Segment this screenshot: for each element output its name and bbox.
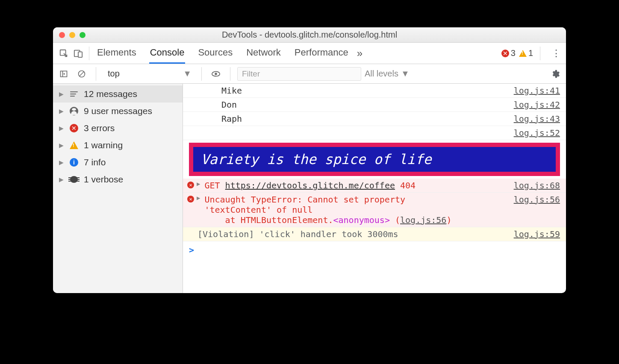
user-icon <box>69 106 79 116</box>
info-icon: i <box>69 158 79 167</box>
divider <box>201 67 202 81</box>
styled-log-text: Variety is the spice of life <box>189 143 560 176</box>
close-icon[interactable] <box>59 32 65 38</box>
divider <box>230 67 230 81</box>
chevron-down-icon: ▼ <box>183 69 192 79</box>
warnings-count-value: 1 <box>528 48 533 58</box>
panel-tabs: Elements Console Sources Network Perform… <box>96 43 349 64</box>
devtools-tabs-bar: Elements Console Sources Network Perform… <box>53 43 566 64</box>
log-entry[interactable]: Don log.js:42 <box>183 98 566 112</box>
warning-icon <box>519 50 527 57</box>
sidebar-item-label: 12 messages <box>84 89 137 99</box>
console-output[interactable]: Mike log.js:41 Don log.js:42 Raph log.js… <box>183 84 566 293</box>
svg-rect-2 <box>78 52 82 57</box>
sidebar-item-label: 7 info <box>84 157 106 167</box>
divider <box>89 47 89 60</box>
context-selector[interactable]: top ▼ <box>105 67 195 80</box>
trace-anon: <anonymous> <box>333 215 389 225</box>
error-icon: ✕ <box>501 50 509 57</box>
toggle-sidebar-icon[interactable] <box>56 67 71 81</box>
trace-label: at HTMLButtonElement. <box>225 215 333 225</box>
log-levels-label: All levels <box>365 69 398 79</box>
tab-console[interactable]: Console <box>149 43 186 64</box>
log-message: Don <box>219 100 514 110</box>
source-link[interactable]: log.js:52 <box>514 128 560 138</box>
error-icon: ✕ <box>69 123 79 133</box>
error-entry[interactable]: ✕ ▶ GET https://devtools.glitch.me/coffe… <box>183 179 566 193</box>
log-entry[interactable]: Mike log.js:41 <box>183 84 566 98</box>
status-counts: ✕ 3 1 ⋮ <box>501 47 563 60</box>
zoom-icon[interactable] <box>80 32 85 38</box>
svg-point-8 <box>215 73 217 75</box>
source-link[interactable]: log.js:41 <box>514 85 560 96</box>
request-url[interactable]: https://devtools.glitch.me/coffee <box>225 180 395 191</box>
console-prompt[interactable]: > <box>183 241 566 258</box>
device-toggle-icon[interactable] <box>71 46 85 61</box>
source-link[interactable]: log.js:43 <box>514 114 560 124</box>
sidebar-item-user[interactable]: ▶ 9 user messages <box>53 103 183 120</box>
console-toolbar: top ▼ All levels ▼ <box>53 64 566 84</box>
log-message: Mike <box>219 85 514 96</box>
filter-input[interactable] <box>237 67 361 81</box>
http-status: 404 <box>400 180 416 191</box>
errors-count-value: 3 <box>511 48 516 58</box>
devtools-window: DevTools - devtools.glitch.me/console/lo… <box>53 27 566 293</box>
inspect-icon[interactable] <box>56 46 71 61</box>
error-icon: ✕ <box>186 196 195 203</box>
chevron-right-icon: ▶ <box>59 125 64 132</box>
tab-sources[interactable]: Sources <box>197 43 233 64</box>
log-message: GET https://devtools.glitch.me/coffee 40… <box>202 180 513 191</box>
sidebar-item-errors[interactable]: ▶ ✕ 3 errors <box>53 120 183 137</box>
log-levels-selector[interactable]: All levels ▼ <box>365 69 410 79</box>
log-entry[interactable]: Raph log.js:43 <box>183 112 566 126</box>
styled-log-entry[interactable]: Variety is the spice of life <box>183 140 566 179</box>
chevron-down-icon: ▼ <box>401 69 410 79</box>
error-entry[interactable]: ✕ ▶ Uncaught TypeError: Cannot set prope… <box>183 193 566 227</box>
divider <box>540 47 540 60</box>
sidebar-item-label: 1 verbose <box>84 174 123 185</box>
svg-line-6 <box>80 72 84 76</box>
sidebar-item-info[interactable]: ▶ i 7 info <box>53 154 183 171</box>
console-settings-icon[interactable] <box>548 67 563 81</box>
console-body: ▶ 12 messages ▶ 9 user messages ▶ ✕ 3 er… <box>53 84 566 293</box>
chevron-right-icon[interactable]: ▶ <box>195 180 202 187</box>
http-method: GET <box>204 180 220 191</box>
trace-link[interactable]: log.js:56 <box>400 215 446 225</box>
log-message: [Violation] 'click' handler took 3000ms <box>195 229 514 239</box>
live-expression-icon[interactable] <box>209 67 223 81</box>
chevron-right-icon: ▶ <box>59 142 64 149</box>
minimize-icon[interactable] <box>69 32 75 38</box>
chevron-right-icon: ▶ <box>59 159 64 166</box>
sidebar-item-verbose[interactable]: ▶ 1 verbose <box>53 171 183 188</box>
chevron-right-icon: ▶ <box>59 91 64 97</box>
error-icon: ✕ <box>186 182 195 188</box>
tab-elements[interactable]: Elements <box>96 43 137 64</box>
clear-console-icon[interactable] <box>74 67 89 81</box>
log-message: Uncaught TypeError: Cannot set property … <box>202 194 513 225</box>
chevron-right-icon[interactable]: ▶ <box>195 194 202 201</box>
prompt-caret: > <box>189 245 194 255</box>
warnings-count[interactable]: 1 <box>519 48 533 58</box>
source-link[interactable]: log.js:56 <box>514 194 560 205</box>
chevron-right-icon: ▶ <box>59 108 64 114</box>
context-value: top <box>108 69 120 79</box>
sidebar-item-label: 1 warning <box>84 140 123 150</box>
source-link[interactable]: log.js:42 <box>514 100 560 110</box>
source-link[interactable]: log.js:59 <box>514 229 560 239</box>
error-text-1: Uncaught TypeError: Cannot set property <box>204 194 405 205</box>
source-link[interactable]: log.js:68 <box>514 180 560 191</box>
violation-entry[interactable]: [Violation] 'click' handler took 3000ms … <box>183 227 566 241</box>
errors-count[interactable]: ✕ 3 <box>501 48 516 58</box>
log-message: Raph <box>219 114 514 124</box>
titlebar: DevTools - devtools.glitch.me/console/lo… <box>53 27 566 43</box>
sidebar-item-messages[interactable]: ▶ 12 messages <box>53 85 183 103</box>
sidebar-item-warnings[interactable]: ▶ 1 warning <box>53 137 183 154</box>
tabs-overflow-icon[interactable]: » <box>357 47 363 59</box>
divider <box>96 67 96 81</box>
traffic-lights <box>59 32 85 38</box>
chevron-right-icon: ▶ <box>59 176 64 183</box>
tab-network[interactable]: Network <box>245 43 282 64</box>
tab-performance[interactable]: Performance <box>294 43 349 64</box>
log-entry[interactable]: log.js:52 <box>183 126 566 140</box>
settings-menu-icon[interactable]: ⋮ <box>550 48 563 59</box>
